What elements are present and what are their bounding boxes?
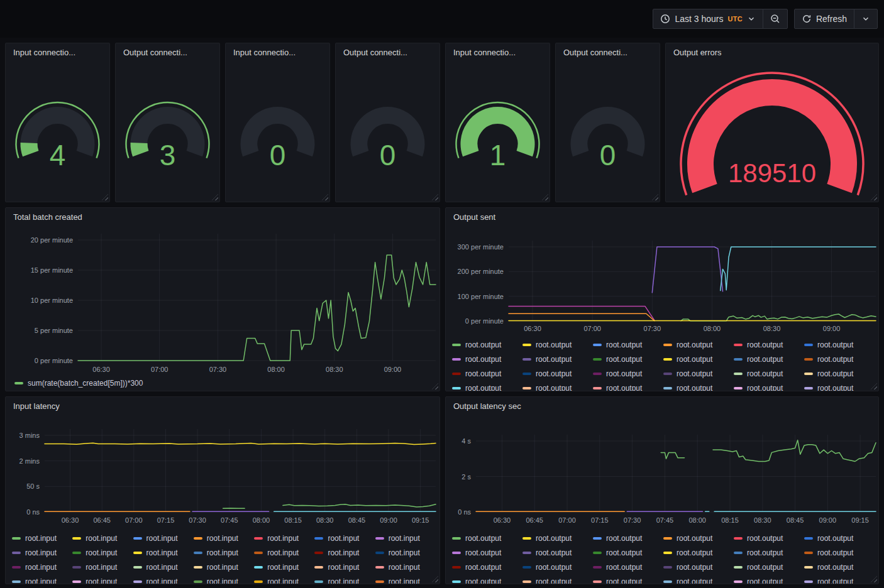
legend-item[interactable]: root.input (72, 574, 133, 584)
legend-item[interactable]: root.input (375, 545, 436, 560)
legend-item[interactable]: root.input (72, 560, 133, 574)
legend-item[interactable]: root.output (663, 574, 734, 584)
legend-item[interactable]: root.output (522, 560, 593, 574)
legend-item[interactable]: root.output (593, 381, 663, 391)
legend-item[interactable]: root.input (375, 531, 436, 545)
legend-item[interactable]: root.output (452, 560, 522, 574)
legend-item[interactable]: root.input (194, 545, 254, 560)
legend-item[interactable]: root.input (314, 545, 375, 560)
legend-item[interactable]: root.output (663, 531, 734, 545)
refresh-interval-dropdown[interactable] (854, 9, 878, 29)
legend-item[interactable]: root.output (804, 531, 875, 545)
panel-title[interactable]: Input connectio... (13, 48, 75, 57)
legend-item[interactable]: root.input (12, 560, 72, 574)
legend-item[interactable]: root.output (522, 574, 593, 584)
x-axis-label: 08:15 (284, 516, 302, 524)
legend-item[interactable]: root.output (593, 352, 663, 366)
legend-item[interactable]: root.output (522, 337, 593, 352)
legend-item[interactable]: root.input (314, 574, 375, 584)
legend-item[interactable]: root.output (734, 560, 804, 574)
panel-title[interactable]: Input latency (13, 401, 60, 411)
legend-item[interactable]: root.input (133, 545, 194, 560)
legend-item[interactable]: root.output (734, 366, 804, 381)
legend-item[interactable]: root.output (522, 545, 593, 560)
legend-item[interactable]: root.output (522, 352, 593, 366)
legend-item[interactable]: root.output (804, 560, 875, 574)
time-picker-button[interactable]: Last 3 hours UTC (653, 9, 763, 29)
legend-item[interactable]: root.output (452, 366, 522, 381)
legend-item[interactable]: root.input (194, 574, 254, 584)
legend-item[interactable]: root.output (663, 381, 734, 391)
legend-item[interactable]: root.output (522, 366, 593, 381)
legend-item[interactable]: root.output (734, 545, 804, 560)
legend-label: root.output (677, 352, 712, 366)
legend-item[interactable]: root.output (663, 560, 734, 574)
legend-item[interactable]: root.output (452, 574, 522, 584)
legend-item[interactable]: root.input (194, 560, 254, 574)
legend-item[interactable]: root.input (72, 545, 133, 560)
legend-label: root.output (817, 367, 853, 381)
legend-item[interactable]: root.input (375, 574, 436, 584)
legend-item[interactable]: root.input (254, 545, 314, 560)
panel-title[interactable]: Input connectio... (453, 48, 516, 57)
y-axis-label: 0 ns (26, 508, 40, 516)
legend-item[interactable]: root.output (734, 574, 804, 584)
panel-title[interactable]: Output connecti... (343, 48, 407, 57)
legend-item[interactable]: root.input (254, 560, 314, 574)
legend-item[interactable]: root.output (663, 352, 734, 366)
legend-item[interactable]: root.input (12, 531, 72, 545)
legend-item[interactable]: root.output (734, 352, 804, 366)
legend-color-marker-icon (663, 358, 672, 361)
legend-item[interactable]: root.output (452, 381, 522, 391)
legend-item[interactable]: root.input (12, 574, 72, 584)
legend-item[interactable]: root.output (522, 531, 593, 545)
legend-item[interactable]: root.input (314, 560, 375, 574)
legend-item[interactable]: root.output (804, 337, 875, 352)
legend-item[interactable]: root.input (254, 531, 314, 545)
legend-label: root.output (747, 546, 783, 560)
panel-title[interactable]: Output sent (453, 212, 495, 222)
panel-title[interactable]: Output errors (673, 48, 722, 57)
legend-item[interactable]: root.output (804, 381, 875, 391)
legend-item[interactable]: root.input (133, 531, 194, 545)
panel-title[interactable]: Total batch created (13, 212, 82, 222)
panel-title[interactable]: Output latency sec (453, 401, 521, 411)
legend-item[interactable]: root.output (593, 531, 663, 545)
legend-item[interactable]: root.input (12, 545, 72, 560)
legend-item[interactable]: root.output (593, 337, 663, 352)
legend-item[interactable]: root.output (663, 337, 734, 352)
panel-title[interactable]: Input connectio... (233, 48, 296, 57)
legend-item[interactable]: root.output (734, 531, 804, 545)
legend-item[interactable]: root.output (522, 381, 593, 391)
legend-item[interactable]: root.input (72, 531, 133, 545)
legend-item[interactable]: root.output (804, 352, 875, 366)
zoom-out-button[interactable] (763, 9, 788, 29)
legend-item[interactable]: root.output (734, 381, 804, 391)
legend-item[interactable]: root.output (452, 337, 522, 352)
legend-item[interactable]: root.output (804, 366, 875, 381)
chart-plot-area[interactable]: 06:3007:0007:3008:0008:3009:0020 per min… (6, 208, 439, 391)
panel-title[interactable]: Output connecti... (563, 48, 627, 57)
legend-item[interactable]: root.input (133, 574, 194, 584)
legend-item[interactable]: root.input (254, 574, 314, 584)
legend-item[interactable]: root.output (804, 545, 875, 560)
legend-item[interactable]: root.input (194, 531, 254, 545)
legend-item[interactable]: root.output (452, 545, 522, 560)
legend-item[interactable]: root.output (734, 337, 804, 352)
legend-item[interactable]: root.output (452, 352, 522, 366)
legend-item[interactable]: root.input (133, 560, 194, 574)
panel-title[interactable]: Output connecti... (123, 48, 187, 57)
legend-item[interactable]: root.output (593, 574, 663, 584)
legend-item[interactable]: root.output (804, 574, 875, 584)
legend-item[interactable]: root.output (452, 531, 522, 545)
legend-item[interactable]: root.output (593, 545, 663, 560)
legend-item[interactable]: root.output (593, 560, 663, 574)
legend-item[interactable]: root.output (663, 545, 734, 560)
legend-item[interactable]: root.output (593, 366, 663, 381)
legend-item[interactable]: root.input (314, 531, 375, 545)
refresh-button[interactable]: Refresh (794, 9, 854, 29)
legend-item[interactable]: root.output (663, 366, 734, 381)
legend-label: root.input (86, 560, 117, 574)
legend-item[interactable]: sum(rate(batch_created[5m]))*300 (14, 376, 436, 390)
legend-item[interactable]: root.input (375, 560, 436, 574)
